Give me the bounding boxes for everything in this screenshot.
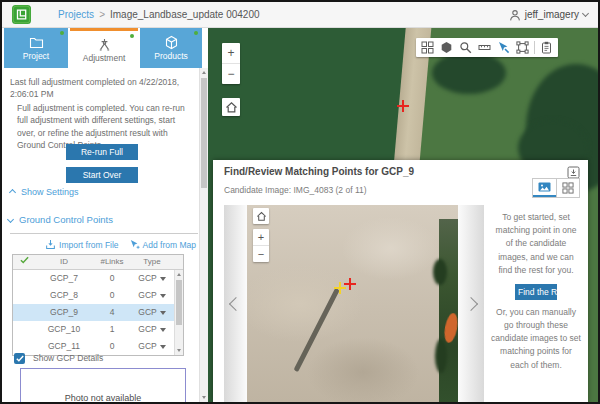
id-column-header[interactable]: ID (35, 255, 93, 269)
scrollbar-thumb[interactable] (201, 78, 207, 188)
ortho-maker-logo-icon (12, 5, 31, 24)
gcp-links-cell: 4 (93, 304, 131, 321)
select-points-tool-icon-active[interactable] (494, 38, 513, 57)
viewer-zoom-out-button[interactable]: − (253, 245, 269, 262)
start-over-button[interactable]: Start Over (66, 167, 138, 183)
gcp-type-cell[interactable]: GCP (131, 321, 173, 338)
scroll-up-arrow[interactable] (200, 68, 208, 77)
dropdown-caret-icon (160, 345, 166, 349)
check-icon (20, 256, 29, 264)
folder-icon (29, 35, 44, 50)
tab-adjustment[interactable]: Adjustment (70, 28, 138, 68)
scroll-down-arrow[interactable] (200, 393, 208, 402)
gcp-table-body: GCP_7 0 GCP GCP_8 0 GCP GCP_9 4 GCP (13, 270, 183, 355)
show-gcp-details-label: Show GCP Details (33, 352, 103, 364)
tab-status-dot (194, 31, 198, 35)
divider (10, 233, 198, 234)
user-menu[interactable]: jeff_imagery (509, 9, 588, 21)
scroll-down-arrow[interactable] (175, 346, 183, 355)
gcp-id-cell: GCP_7 (35, 270, 93, 287)
thumbnails-icon[interactable] (418, 38, 437, 57)
vegetation-edge (439, 219, 458, 402)
app-window: Projects > Image_Landbase_update 004200 … (0, 0, 600, 404)
gcp-type-cell[interactable]: GCP (131, 287, 173, 304)
scrollbar-thumb[interactable] (176, 280, 182, 325)
gcp-type-cell[interactable]: GCP (131, 270, 173, 287)
next-image-button[interactable] (458, 205, 484, 402)
show-gcp-details-checkbox[interactable]: Show GCP Details (14, 352, 103, 364)
map-cursor-icon (129, 239, 140, 250)
cube-icon (164, 35, 179, 50)
top-bar: Projects > Image_Landbase_update 004200 … (2, 2, 598, 28)
show-settings-label: Show Settings (21, 187, 79, 197)
gcp-photo-placeholder: Photo not available (20, 368, 186, 402)
adjustment-theodolite-icon (97, 37, 112, 52)
tab-products[interactable]: Products (140, 28, 202, 68)
gcp-links-cell: 0 (93, 270, 131, 287)
type-column-header[interactable]: Type (131, 255, 173, 269)
clipboard-icon[interactable] (537, 38, 556, 57)
map-gcp-marker-red-cross[interactable] (396, 99, 410, 113)
previous-image-button[interactable] (224, 205, 247, 402)
table-scrollbar[interactable] (174, 270, 183, 355)
map-tree-canopy (432, 52, 506, 94)
tab-status-dot (130, 34, 134, 38)
grid-view-icon (562, 182, 574, 194)
add-from-map-link[interactable]: Add from Map (129, 239, 196, 250)
map-canvas[interactable]: + − (208, 28, 598, 402)
find-the-rest-button[interactable]: Find the Rest (515, 284, 557, 300)
measure-icon[interactable] (475, 38, 494, 57)
zoom-in-button[interactable]: + (222, 43, 240, 63)
grid-view-toggle[interactable] (556, 179, 580, 197)
tab-project[interactable]: Project (4, 28, 68, 68)
show-settings-toggle[interactable]: Show Settings (10, 187, 79, 197)
home-icon (225, 101, 238, 114)
user-name: jeff_imagery (525, 9, 579, 20)
viewer-home-button[interactable] (253, 208, 269, 224)
instruction-start-text: To get started, set matching point in on… (491, 211, 581, 277)
gcp-section-toggle[interactable]: Ground Control Points (8, 214, 113, 225)
viewer-zoom-in-button[interactable]: + (253, 229, 269, 245)
gcp-table: ID #Links Type GCP_7 0 GCP GCP_8 0 GCP (12, 254, 184, 356)
gcp-table-header: ID #Links Type (13, 255, 183, 270)
chevron-down-icon (582, 10, 589, 17)
gcp-type-cell[interactable]: GCP (131, 338, 173, 355)
chevron-right-icon (9, 188, 16, 195)
scroll-up-arrow[interactable] (175, 270, 183, 279)
table-row-gcp-10[interactable]: GCP_10 1 GCP (13, 321, 183, 338)
photo-not-available-text: Photo not available (21, 393, 185, 402)
table-row-gcp-9-selected[interactable]: GCP_9 4 GCP (13, 304, 183, 321)
import-link-label: Import from File (59, 240, 119, 250)
table-row-gcp-8[interactable]: GCP_8 0 GCP (13, 287, 183, 304)
breadcrumb-separator: > (99, 9, 105, 20)
tab-label: Adjustment (83, 53, 126, 63)
rerun-full-button[interactable]: Re-run Full (66, 144, 138, 160)
tab-label: Project (23, 51, 49, 61)
import-from-file-link[interactable]: Import from File (45, 239, 119, 250)
image-frame-icon[interactable] (513, 38, 532, 57)
table-row-gcp-7[interactable]: GCP_7 0 GCP (13, 270, 183, 287)
panel-tabs: Project Adjustment Products (2, 28, 208, 68)
map-zoom-control: + − (222, 43, 240, 84)
panel-scrollbar[interactable] (199, 68, 208, 402)
links-column-header[interactable]: #Links (93, 255, 131, 269)
viewer-zoom-control: + − (253, 229, 269, 262)
layers-icon[interactable] (437, 38, 456, 57)
matching-point-red-cross[interactable] (343, 277, 357, 291)
import-file-icon (45, 239, 56, 250)
breadcrumb-projects-link[interactable]: Projects (58, 9, 94, 20)
home-extent-button[interactable] (222, 98, 240, 116)
checkbox-checked[interactable] (14, 353, 25, 364)
gcp-id-cell: GCP_10 (35, 321, 93, 338)
single-view-toggle-active[interactable] (533, 179, 556, 197)
row-check-cell (13, 270, 35, 287)
toolbar-separator (534, 41, 535, 54)
map-toolbar (416, 38, 558, 57)
candidate-image[interactable]: + − (247, 205, 458, 402)
matching-points-panel: Find/Review Matching Points for GCP_9 Ca… (213, 160, 588, 402)
instruction-manual-text: Or, you can manually go through these ca… (491, 306, 581, 372)
zoom-out-button[interactable]: − (222, 63, 240, 84)
gcp-type-cell[interactable]: GCP (131, 304, 173, 321)
adjustment-panel: Project Adjustment Products (2, 28, 208, 402)
search-icon[interactable] (456, 38, 475, 57)
